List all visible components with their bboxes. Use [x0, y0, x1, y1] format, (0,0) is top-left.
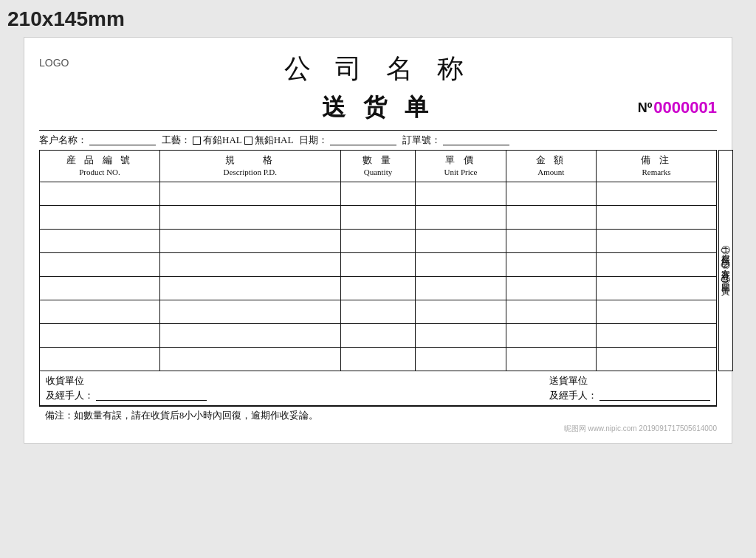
col-product-no-zh: 産 品 編 號	[41, 154, 158, 167]
col-quantity-zh: 數 量	[343, 154, 414, 167]
main-table: 産 品 編 號 Product NO. 規 格 Description P.D.…	[39, 150, 717, 371]
table-row	[40, 229, 717, 252]
watermark-text: 昵图网 www.nipic.com 2019091717505614000	[564, 424, 717, 434]
craft-checkbox2[interactable]	[244, 137, 252, 145]
table-row	[40, 300, 717, 323]
receiver-col: 收貨單位 及經手人：	[46, 374, 207, 402]
table-row	[40, 323, 717, 347]
remarks-text: 備注：如數量有誤，請在收貨后8小小時內回復，逾期作收妥論。	[45, 410, 318, 421]
receiver-handler-label: 及經手人：	[46, 389, 94, 402]
col-product-no-en: Product NO.	[41, 167, 158, 178]
page-size-label: 210x145mm	[7, 7, 749, 31]
table-row	[40, 252, 717, 276]
sender-col: 送貨單位 及經手人：	[549, 374, 710, 402]
date-label: 日期：	[299, 134, 328, 147]
info-row: 客户名称： 工藝： 有鉛HAL 無鉛HAL 日期： 訂單號：	[39, 130, 717, 150]
col-remarks-zh: 備 注	[598, 154, 715, 167]
table-row	[40, 205, 717, 229]
col-amount-zh: 金 額	[508, 154, 594, 167]
order-no-label: 訂單號：	[402, 134, 441, 147]
col-description: 規 格 Description P.D.	[160, 151, 341, 182]
col-product-no: 産 品 編 號 Product NO.	[40, 151, 160, 182]
col-unit-price-zh: 單 價	[417, 154, 504, 167]
date-field: 日期：	[299, 134, 396, 147]
logo: LOGO	[39, 57, 69, 69]
order-no-field: 訂單號：	[402, 134, 509, 147]
col-description-zh: 規 格	[162, 154, 339, 167]
doc-title: 送 货 单	[322, 92, 434, 124]
craft-checkbox1[interactable]	[193, 137, 201, 145]
receiver-label: 收貨單位	[46, 374, 207, 388]
craft-option2: 無鉛HAL	[255, 134, 294, 147]
date-underline	[330, 135, 396, 145]
sender-label: 送貨單位	[549, 374, 710, 388]
table-row	[40, 276, 717, 300]
document-wrapper: LOGO 公 司 名 称 送 货 单 Nº 0000001 客户名称： 工藝： …	[24, 37, 732, 444]
order-no-underline	[443, 135, 509, 145]
col-remarks: 備 注 Remarks	[596, 151, 716, 182]
col-quantity: 數 量 Quantity	[340, 151, 416, 182]
col-remarks-en: Remarks	[598, 167, 715, 178]
col-unit-price: 單 價 Unit Price	[416, 151, 506, 182]
table-row	[40, 347, 717, 371]
receiver-handler-underline	[96, 390, 207, 401]
sender-handler-label: 及經手人：	[549, 389, 597, 402]
craft-option1: 有鉛HAL	[203, 134, 242, 147]
col-unit-price-en: Unit Price	[417, 167, 504, 178]
craft-label: 工藝：	[162, 134, 190, 147]
doc-number: Nº 0000001	[638, 98, 717, 117]
header-row: LOGO 公 司 名 称	[39, 51, 717, 87]
title-row: 送 货 单 Nº 0000001	[39, 92, 717, 124]
col-amount: 金 額 Amount	[506, 151, 596, 182]
table-row	[40, 182, 717, 205]
customer-label: 客户名称：	[39, 134, 87, 147]
no-label: Nº	[638, 100, 653, 116]
col-amount-en: Amount	[508, 167, 594, 178]
table-container: 産 品 編 號 Product NO. 規 格 Description P.D.…	[39, 150, 717, 371]
receiver-handler-row: 及經手人：	[46, 389, 207, 402]
sender-handler-row: 及經手人：	[549, 389, 710, 402]
footer-row: 收貨單位 及經手人： 送貨單位 及經手人：	[39, 371, 717, 406]
company-name: 公 司 名 称	[284, 51, 472, 87]
watermark-bar: 昵图网 www.nipic.com 2019091717505614000	[39, 424, 717, 434]
customer-underline	[89, 135, 156, 145]
col-quantity-en: Quantity	[343, 167, 414, 178]
col-description-en: Description P.D.	[162, 167, 339, 178]
customer-field: 客户名称：	[39, 134, 156, 147]
remarks-row: 備注：如數量有誤，請在收貨后8小小時內回復，逾期作收妥論。	[39, 406, 717, 422]
side-label-text: ①存根(白)②客方(紅)③回單(黃)	[720, 238, 732, 283]
side-label: ①存根(白)②客方(紅)③回單(黃)	[718, 150, 733, 371]
no-value: 0000001	[653, 98, 717, 117]
craft-field: 工藝： 有鉛HAL 無鉛HAL	[162, 134, 293, 147]
sender-handler-underline	[599, 390, 710, 401]
